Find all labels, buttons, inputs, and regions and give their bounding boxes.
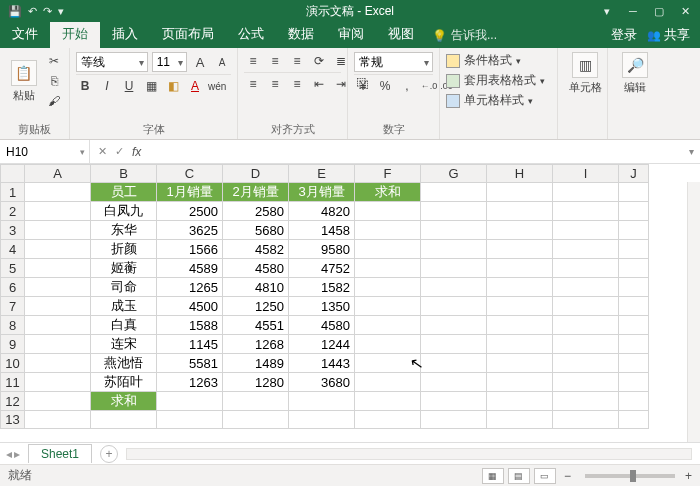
orientation-button[interactable]: ⟳ [310,52,328,70]
find-button[interactable]: 🔎 编辑 [614,52,656,95]
name-box[interactable]: H10 [0,140,90,163]
row-header[interactable]: 8 [1,316,25,335]
horizontal-scrollbar[interactable] [126,448,692,460]
row-header[interactable]: 11 [1,373,25,392]
col-header[interactable]: G [421,165,487,183]
sheet-nav-prev-icon[interactable]: ◂ [6,447,12,461]
sheet-tab[interactable]: Sheet1 [28,444,92,463]
tab-insert[interactable]: 插入 [100,20,150,48]
qat-more-icon[interactable]: ▾ [58,5,64,18]
enter-formula-icon[interactable]: ✓ [115,145,124,158]
tab-layout[interactable]: 页面布局 [150,20,226,48]
indent-dec-button[interactable]: ⇤ [310,75,328,93]
align-right-button[interactable]: ≡ [288,75,306,93]
shrink-font-button[interactable]: A [213,53,231,71]
percent-button[interactable]: % [376,77,394,95]
normal-view-button[interactable]: ▦ [482,468,504,484]
font-name-select[interactable]: 等线 [76,52,148,72]
undo-icon[interactable]: ↶ [28,5,37,18]
ribbon-options-icon[interactable]: ▾ [596,5,618,18]
title-bar: 💾 ↶ ↷ ▾ 演示文稿 - Excel ▾ ─ ▢ ✕ [0,0,700,22]
add-sheet-button[interactable]: + [100,445,118,463]
row-header[interactable]: 12 [1,392,25,411]
conditional-format-button[interactable]: 条件格式▾ [446,52,551,69]
zoom-out-button[interactable]: − [560,469,575,483]
row-header[interactable]: 5 [1,259,25,278]
vertical-scrollbar[interactable] [687,182,700,442]
row-header[interactable]: 13 [1,411,25,429]
paste-button[interactable]: 📋 粘贴 [6,60,41,103]
align-bottom-button[interactable]: ≡ [288,52,306,70]
cancel-formula-icon[interactable]: ✕ [98,145,107,158]
col-header[interactable]: J [619,165,649,183]
close-icon[interactable]: ✕ [674,5,696,18]
format-as-table-button[interactable]: 套用表格格式▾ [446,72,551,89]
sheet-nav-next-icon[interactable]: ▸ [14,447,20,461]
row-header[interactable]: 9 [1,335,25,354]
save-icon[interactable]: 💾 [8,5,22,18]
status-bar: 就绪 ▦ ▤ ▭ − + [0,464,700,486]
font-color-button[interactable]: A [186,77,204,95]
currency-button[interactable]: ¥ [354,77,372,95]
phonetic-button[interactable]: wén [208,77,226,95]
row-header[interactable]: 4 [1,240,25,259]
align-left-button[interactable]: ≡ [244,75,262,93]
row-header[interactable]: 3 [1,221,25,240]
page-layout-view-button[interactable]: ▤ [508,468,530,484]
cut-button[interactable]: ✂ [45,52,63,70]
cells-button[interactable]: ▥ 单元格 [564,52,606,95]
cell-style-icon [446,94,460,108]
select-all-corner[interactable] [1,165,25,183]
group-font: 等线 11 A A B I U ▦ ◧ A wén 字体 [70,48,238,139]
tab-review[interactable]: 审阅 [326,20,376,48]
col-header[interactable]: A [25,165,91,183]
italic-button[interactable]: I [98,77,116,95]
col-header[interactable]: C [157,165,223,183]
tab-view[interactable]: 视图 [376,20,426,48]
cell-styles-button[interactable]: 单元格样式▾ [446,92,551,109]
col-header[interactable]: F [355,165,421,183]
group-styles: 条件格式▾ 套用表格格式▾ 单元格样式▾ [440,48,558,139]
find-icon: 🔎 [622,52,648,78]
row-header[interactable]: 2 [1,202,25,221]
worksheet-grid[interactable]: A B C D E F G H I J 1员工1月销量2月销量3月销量求和 2白… [0,164,700,442]
underline-button[interactable]: U [120,77,138,95]
increase-decimal-button[interactable]: ←.0 [420,77,438,95]
expand-formula-bar-icon[interactable]: ▾ [683,146,700,157]
format-painter-button[interactable]: 🖌 [45,92,63,110]
comma-button[interactable]: , [398,77,416,95]
bold-button[interactable]: B [76,77,94,95]
border-button[interactable]: ▦ [142,77,160,95]
row-header[interactable]: 7 [1,297,25,316]
font-size-select[interactable]: 11 [152,52,187,72]
row-header[interactable]: 10 [1,354,25,373]
tab-data[interactable]: 数据 [276,20,326,48]
col-header[interactable]: H [487,165,553,183]
col-header[interactable]: I [553,165,619,183]
fx-icon[interactable]: fx [132,145,147,159]
row-header[interactable]: 6 [1,278,25,297]
tell-me[interactable]: 💡 告诉我... [432,27,497,48]
zoom-slider[interactable] [585,474,675,478]
page-break-view-button[interactable]: ▭ [534,468,556,484]
zoom-in-button[interactable]: + [685,469,692,483]
login-link[interactable]: 登录 [611,26,637,44]
fill-color-button[interactable]: ◧ [164,77,182,95]
redo-icon[interactable]: ↷ [43,5,52,18]
align-middle-button[interactable]: ≡ [266,52,284,70]
grow-font-button[interactable]: A [191,53,209,71]
tab-file[interactable]: 文件 [0,20,50,48]
align-top-button[interactable]: ≡ [244,52,262,70]
minimize-icon[interactable]: ─ [622,5,644,18]
share-button[interactable]: 👥 共享 [647,26,690,44]
col-header[interactable]: E [289,165,355,183]
col-header[interactable]: D [223,165,289,183]
col-header[interactable]: B [91,165,157,183]
tab-formulas[interactable]: 公式 [226,20,276,48]
tab-home[interactable]: 开始 [50,20,100,48]
align-center-button[interactable]: ≡ [266,75,284,93]
copy-button[interactable]: ⎘ [45,72,63,90]
maximize-icon[interactable]: ▢ [648,5,670,18]
number-format-select[interactable]: 常规 [354,52,433,72]
row-header[interactable]: 1 [1,183,25,202]
